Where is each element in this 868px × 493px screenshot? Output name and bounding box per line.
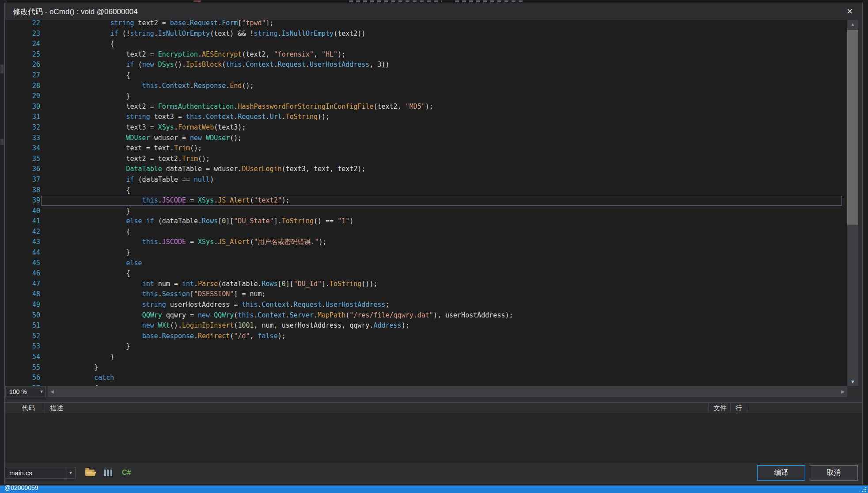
column-header-description[interactable]: 描述 bbox=[50, 403, 63, 413]
dialog-titlebar[interactable]: 修改代码 - oCmd() : void @06000004 × bbox=[5, 3, 862, 20]
code-text: { bbox=[40, 227, 844, 237]
code-line[interactable]: 56 catch bbox=[5, 373, 844, 383]
clipped-text-fragment bbox=[193, 0, 201, 2]
code-line[interactable]: 30 text2 = FormsAuthentication.HashPassw… bbox=[5, 102, 844, 112]
dialog-title: 修改代码 - oCmd() : void @06000004 bbox=[13, 7, 845, 17]
vertical-scrollbar-thumb[interactable] bbox=[847, 30, 858, 225]
line-number: 27 bbox=[5, 70, 40, 81]
code-text: new WXt().LoginIpInsert(1001, num, userH… bbox=[40, 321, 844, 331]
code-text: if (!string.IsNullOrEmpty(text) && !stri… bbox=[40, 29, 844, 39]
column-separator bbox=[730, 404, 731, 413]
line-number: 26 bbox=[5, 60, 40, 70]
code-text: { bbox=[40, 39, 844, 50]
line-number: 53 bbox=[5, 341, 40, 352]
code-lines[interactable]: 22 string text2 = base.Request.Form["tpw… bbox=[5, 20, 844, 386]
code-line[interactable]: 33 WDUser wduser = new WDUser(); bbox=[5, 133, 844, 144]
line-number: 34 bbox=[5, 143, 40, 154]
code-line[interactable]: 41 else if (dataTable.Rows[0]["DU_State"… bbox=[5, 216, 844, 227]
code-line[interactable]: 38 { bbox=[5, 185, 844, 196]
code-line[interactable]: 25 text2 = Encryption.AESEncrypt(text2, … bbox=[5, 50, 844, 60]
code-line[interactable]: 49 string userHostAddress = this.Context… bbox=[5, 300, 844, 310]
code-line[interactable]: 39 this.JSCODE = XSys.JS_Alert("text2"); bbox=[5, 195, 844, 206]
line-number: 28 bbox=[5, 81, 40, 92]
code-text: } bbox=[40, 363, 844, 373]
horizontal-scrollbar[interactable]: ◀ ▶ bbox=[48, 386, 847, 397]
column-header-file[interactable]: 文件 bbox=[713, 403, 727, 413]
code-line[interactable]: 50 QQWry qqwry = new QQWry(this.Context.… bbox=[5, 310, 844, 321]
code-line[interactable]: 53 } bbox=[5, 341, 844, 352]
code-line[interactable]: 40 } bbox=[5, 206, 844, 217]
zoom-select[interactable]: 100 % ▾ bbox=[5, 386, 46, 397]
code-line[interactable]: 35 text2 = text2.Trim(); bbox=[5, 154, 844, 164]
code-line[interactable]: 34 text = text.Trim(); bbox=[5, 143, 844, 154]
line-number: 38 bbox=[5, 185, 40, 196]
code-line[interactable]: 54 } bbox=[5, 352, 844, 363]
code-text: text2 = FormsAuthentication.HashPassword… bbox=[40, 102, 844, 112]
column-separator bbox=[747, 404, 747, 413]
code-line[interactable]: 32 text3 = XSys.FormatWeb(text3); bbox=[5, 122, 844, 133]
scroll-up-icon[interactable]: ▲ bbox=[847, 20, 858, 29]
code-line[interactable]: 52 base.Response.Redirect("/d", false); bbox=[5, 331, 844, 342]
code-text: text2 = text2.Trim(); bbox=[40, 154, 844, 164]
code-line[interactable]: 28 this.Context.Response.End(); bbox=[5, 81, 844, 92]
scroll-down-icon[interactable]: ▼ bbox=[847, 377, 858, 386]
column-header-code[interactable]: 代码 bbox=[22, 403, 35, 413]
code-line[interactable]: 37 if (dataTable == null) bbox=[5, 175, 844, 185]
code-text: DataTable dataTable = wduser.DUserLogin(… bbox=[40, 164, 844, 175]
code-text: string text2 = base.Request.Form["tpwd"]… bbox=[40, 20, 844, 29]
dialog-bottom-bar: main.cs ▾ C# 编译 取消 bbox=[5, 464, 862, 481]
vertical-scrollbar[interactable]: ▲ ▼ bbox=[847, 20, 858, 386]
metadata-columns-icon[interactable] bbox=[104, 470, 112, 476]
editor-bottom-bar: 100 % ▾ ◀ ▶ bbox=[5, 386, 858, 397]
code-line[interactable]: 43 this.JSCODE = XSys.JS_Alert("用户名或密码错误… bbox=[5, 237, 844, 248]
code-text: { bbox=[40, 70, 844, 81]
line-number: 48 bbox=[5, 289, 40, 300]
code-line[interactable]: 44 } bbox=[5, 248, 844, 258]
code-line[interactable]: 55 } bbox=[5, 363, 844, 373]
code-line[interactable]: 48 this.Session["DSESSION"] = num; bbox=[5, 289, 844, 300]
line-number: 50 bbox=[5, 310, 40, 321]
line-number: 49 bbox=[5, 300, 40, 310]
code-line[interactable]: 36 DataTable dataTable = wduser.DUserLog… bbox=[5, 164, 844, 175]
error-list-body bbox=[5, 413, 862, 463]
chevron-down-icon: ▾ bbox=[66, 467, 75, 478]
line-number: 35 bbox=[5, 154, 40, 164]
scroll-right-icon[interactable]: ▶ bbox=[838, 386, 847, 397]
code-text: if (dataTable == null) bbox=[40, 175, 844, 185]
code-line[interactable]: 24 { bbox=[5, 39, 844, 50]
code-line[interactable]: 45 else bbox=[5, 258, 844, 269]
line-number: 43 bbox=[5, 237, 40, 248]
scrollbar-corner bbox=[847, 386, 858, 397]
code-line[interactable]: 22 string text2 = base.Request.Form["tpw… bbox=[5, 20, 844, 29]
column-separator bbox=[43, 404, 43, 413]
code-line[interactable]: 46 { bbox=[5, 268, 844, 279]
line-number: 54 bbox=[5, 352, 40, 363]
cancel-button[interactable]: 取消 bbox=[810, 465, 858, 481]
scroll-left-icon[interactable]: ◀ bbox=[48, 386, 57, 397]
line-number: 33 bbox=[5, 133, 40, 144]
code-line[interactable]: 31 string text3 = this.Context.Request.U… bbox=[5, 112, 844, 122]
code-line[interactable]: 42 { bbox=[5, 227, 844, 237]
code-editor[interactable]: 22 string text2 = base.Request.Form["tpw… bbox=[5, 20, 858, 386]
code-text: if (new DSys().IpIsBlock(this.Context.Re… bbox=[40, 60, 844, 70]
column-header-line[interactable]: 行 bbox=[735, 403, 742, 413]
screen: 修改代码 - oCmd() : void @06000004 × 22 stri… bbox=[0, 0, 868, 493]
line-number: 24 bbox=[5, 39, 40, 50]
code-line[interactable]: 29 } bbox=[5, 91, 844, 102]
file-select[interactable]: main.cs ▾ bbox=[6, 467, 76, 479]
line-number: 51 bbox=[5, 321, 40, 331]
line-number: 32 bbox=[5, 122, 40, 133]
close-icon[interactable]: × bbox=[845, 7, 854, 16]
line-number: 46 bbox=[5, 268, 40, 279]
code-line[interactable]: 27 { bbox=[5, 70, 844, 81]
code-line[interactable]: 47 int num = int.Parse(dataTable.Rows[0]… bbox=[5, 279, 844, 290]
code-line[interactable]: 23 if (!string.IsNullOrEmpty(text) && !s… bbox=[5, 29, 844, 39]
code-text: this.JSCODE = XSys.JS_Alert("text2"); bbox=[40, 195, 844, 206]
resize-grip-icon[interactable] bbox=[861, 486, 867, 492]
open-folder-icon[interactable] bbox=[85, 470, 95, 476]
background-window-left-sliver bbox=[0, 3, 4, 484]
code-line[interactable]: 26 if (new DSys().IpIsBlock(this.Context… bbox=[5, 60, 844, 70]
code-line[interactable]: 51 new WXt().LoginIpInsert(1001, num, us… bbox=[5, 321, 844, 331]
code-text: string userHostAddress = this.Context.Re… bbox=[40, 300, 844, 310]
compile-button[interactable]: 编译 bbox=[757, 465, 805, 481]
